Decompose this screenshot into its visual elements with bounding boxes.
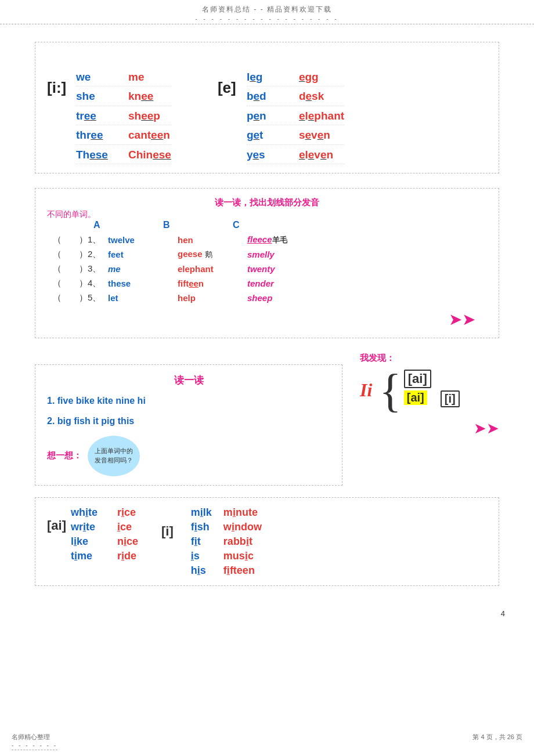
e-row-1: leg egg [247,68,344,86]
big-open-bracket: { [379,367,401,414]
ii-row-1: we me [76,68,171,86]
phonics-ai-i-section: [ai] white rice write ice like nice [35,497,499,586]
exercise-row-5: （ ）5、 let help sheep [47,291,487,305]
ai-row-3: like nice [71,536,138,548]
read-section-right: 我发现： Ii { [ai] [ai] [360,353,499,437]
phonics-ie-section: [i:] we me she knee tree sheep [35,42,499,173]
e-word-elephant: elephant [299,107,344,125]
e-word-desk: desk [299,88,324,105]
ii-row-5: These Chinese [76,146,171,164]
phoneme-ii-block: [i:] we me she knee tree sheep [47,68,171,164]
ii-row-4: three canteen [76,126,171,144]
i-milk: milk [191,507,212,519]
ii-diagram: Ii { [ai] [ai] [360,367,499,414]
e-word-eleven: eleven [299,146,333,164]
phoneme-ai-top: [ai] [404,370,431,388]
header-title: 名师资料总结 - - 精品资料欢迎下载 [202,5,332,13]
exercise-row-3: （ ）3、 me elephant twenty [47,262,487,276]
i-music: music [223,550,262,562]
ii-row-3: tree sheep [76,107,171,125]
phoneme-ai-block: [ai] white rice write ice like nice [47,507,138,562]
ii-word-these: These [76,146,117,164]
e-row-3: pen elephant [247,107,344,125]
e-word-egg: egg [299,68,319,86]
phoneme-ii-symbol: [i:] [47,79,70,97]
i-fit: fit [191,536,212,548]
i-rabbit: rabbit [223,536,262,548]
ii-word-chinese: Chinese [128,146,171,164]
i-fifteen: fifteen [223,565,262,577]
ii-word-sheep: sheep [128,107,160,125]
exercise-header: A B C [47,220,487,230]
phonics-ai-i-row: [ai] white rice write ice like nice [47,507,487,577]
e-row-2: bed desk [247,88,344,106]
exercise-section: 读一读，找出划线部分发音 不同的单词。 A B C （ ）1、 twelve h… [35,188,499,338]
ii-word-she: she [76,88,117,105]
e-word-bed: bed [247,88,287,105]
ii-word-canteen: canteen [128,126,170,144]
ii-big-label: Ii [360,379,372,401]
read-section-left: 读一读 1. five bike kite nine hi 2. big fis… [35,353,342,486]
arrow-icon-1: ➤➤ [449,310,475,328]
think-area: 想一想： 上面单词中的发音相同吗？ [47,436,330,476]
phoneme-e-block: [e] leg egg bed desk pen elephant [218,68,344,164]
discover-text: 我发现： [360,353,499,364]
ai-time: time [71,550,106,562]
ai-row-1: white rice [71,507,138,519]
ai-rice: rice [117,507,136,519]
arrow-icon-2: ➤➤ [474,419,499,437]
page-header: 名师资料总结 - - 精品资料欢迎下载 - - - - - - - - - - … [0,0,534,24]
ai-ice: ice [117,521,132,533]
exercise-row-1: （ ）1、 twelve hen fleece羊毛 [47,233,487,247]
ai-word-list: white rice write ice like nice time ride [71,507,138,562]
phoneme-ai-mid: [ai] [404,390,427,405]
footer-left: 名师精心整理 - - - - - - - [12,733,57,750]
exercise-instruction: 读一读，找出划线部分发音 [47,197,487,208]
read-line-2: 2. big fish it pig this [47,413,330,430]
think-label: 想一想： [47,450,82,461]
e-word-get: get [247,126,287,144]
read-line-1: 1. five bike kite nine hi [47,393,330,410]
arrow-right-1: ➤➤ [47,310,487,329]
page-number: 4 [0,609,534,618]
read-box: 读一读 1. five bike kite nine hi 2. big fis… [35,364,342,486]
ai-write: write [71,521,106,533]
ai-like: like [71,536,106,548]
page-footer: 名师精心整理 - - - - - - - 第 4 页，共 26 页 [0,733,534,750]
ai-row-4: time ride [71,550,138,562]
exercise-row-4: （ ）4、 these fifteen tender [47,276,487,291]
col-c-header: C [233,220,326,230]
i-fish: fish [191,521,212,533]
ii-word-knee: knee [128,88,153,105]
ii-word-we: we [76,68,117,86]
e-word-yes: yes [247,146,287,164]
e-word-list: leg egg bed desk pen elephant get seven [247,68,344,164]
e-word-pen: pen [247,107,287,125]
i-minute: minute [223,507,262,519]
ii-word-me: me [128,68,144,86]
read-title: 读一读 [47,374,330,387]
col-a-header: A [93,220,163,230]
ai-ride: ride [117,550,136,562]
footer-right: 第 4 页，共 26 页 [472,733,522,750]
e-word-leg: leg [247,68,287,86]
exercise-sub: 不同的单词。 [47,209,487,220]
i-col-2: minute window rabbit music fifteen [223,507,262,577]
e-row-4: get seven [247,126,344,144]
i-is: is [191,550,212,562]
phoneme-i-block: [i] [161,524,174,539]
e-row-5: yes eleven [247,146,344,164]
exercise-row-2: （ ）2、 feet geese 鹅 smelly [47,247,487,262]
i-window: window [223,521,262,533]
phoneme-e-symbol: [e] [218,79,241,97]
ai-nice: nice [117,536,138,548]
i-col-1: milk fish fit is his [191,507,212,577]
phoneme-ai-symbol: [ai] [47,518,66,533]
ii-row-2: she knee [76,88,171,106]
ii-word-list: we me she knee tree sheep three canteen [76,68,171,164]
think-bubble: 上面单词中的发音相同吗？ [88,436,140,476]
i-word-lists: milk fish fit is his minute window rabbi… [191,507,262,577]
i-his: his [191,565,212,577]
col-b-header: B [163,220,233,230]
phoneme-i-symbol: [i] [161,524,174,539]
